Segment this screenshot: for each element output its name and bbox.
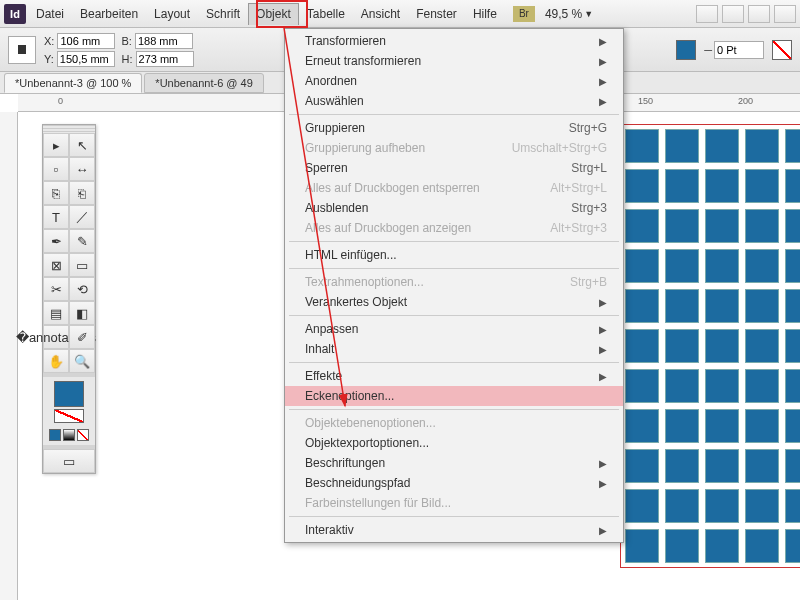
direct-select-tool[interactable]: ↖ [69, 133, 95, 157]
menu-layout[interactable]: Layout [146, 3, 198, 25]
menu-item-effekte[interactable]: Effekte▶ [285, 366, 623, 386]
grid-cell[interactable] [785, 489, 800, 523]
page-tool[interactable]: ▫ [43, 157, 69, 181]
grid-cell[interactable] [705, 129, 739, 163]
grid-cell[interactable] [665, 449, 699, 483]
reference-point[interactable] [8, 36, 36, 64]
menu-item-ausw-hlen[interactable]: Auswählen▶ [285, 91, 623, 111]
grid-cell[interactable] [625, 409, 659, 443]
grid-cell[interactable] [625, 129, 659, 163]
fill-color-swatch[interactable] [54, 381, 84, 407]
menu-item-gruppieren[interactable]: GruppierenStrg+G [285, 118, 623, 138]
grid-cell[interactable] [665, 169, 699, 203]
zoom-tool[interactable]: 🔍 [69, 349, 95, 373]
grid-cell[interactable] [745, 449, 779, 483]
fill-swatch[interactable] [676, 40, 696, 60]
h-field[interactable] [136, 51, 194, 67]
w-field[interactable] [135, 33, 193, 49]
grid-cell[interactable] [705, 169, 739, 203]
zoom-level[interactable]: 49,5 %▼ [545, 7, 593, 21]
grid-cell[interactable] [785, 249, 800, 283]
apply-color[interactable] [49, 429, 61, 441]
grid-cell[interactable] [705, 249, 739, 283]
grid-cell[interactable] [665, 329, 699, 363]
menu-hilfe[interactable]: Hilfe [465, 3, 505, 25]
view-btn-2[interactable] [722, 5, 744, 23]
stroke-weight-field[interactable] [714, 41, 764, 59]
hand-tool[interactable]: ✋ [43, 349, 69, 373]
document-page[interactable] [620, 124, 800, 568]
grid-cell[interactable] [745, 209, 779, 243]
line-tool[interactable]: ／ [69, 205, 95, 229]
type-tool[interactable]: T [43, 205, 69, 229]
grid-cell[interactable] [705, 329, 739, 363]
grid-cell[interactable] [625, 289, 659, 323]
grid-cell[interactable] [625, 169, 659, 203]
tools-panel[interactable]: ▸↖▫↔⎘⎗T／✒✎⊠▭✂⟲▤◧�annotations✐✋🔍 ▭ [42, 124, 96, 474]
grid-cell[interactable] [745, 129, 779, 163]
pencil-tool[interactable]: ✎ [69, 229, 95, 253]
grid-cell[interactable] [665, 289, 699, 323]
grid-cell[interactable] [705, 289, 739, 323]
menu-bearbeiten[interactable]: Bearbeiten [72, 3, 146, 25]
grid-cell[interactable] [665, 369, 699, 403]
menu-ansicht[interactable]: Ansicht [353, 3, 408, 25]
grid-cell[interactable] [625, 489, 659, 523]
grid-cell[interactable] [705, 529, 739, 563]
grid-cell[interactable] [785, 329, 800, 363]
content-collector[interactable]: ⎘ [43, 181, 69, 205]
grid-cell[interactable] [745, 289, 779, 323]
menu-item-html-einf-gen[interactable]: HTML einfügen... [285, 245, 623, 265]
selection-tool[interactable]: ▸ [43, 133, 69, 157]
menu-item-interaktiv[interactable]: Interaktiv▶ [285, 520, 623, 540]
gradient-swatch-tool[interactable]: ▤ [43, 301, 69, 325]
grid-cell[interactable] [745, 409, 779, 443]
menu-item-erneut-transformieren[interactable]: Erneut transformieren▶ [285, 51, 623, 71]
grid-cell[interactable] [745, 169, 779, 203]
apply-none[interactable] [77, 429, 89, 441]
grid-cell[interactable] [745, 489, 779, 523]
grid-cell[interactable] [785, 129, 800, 163]
gap-tool[interactable]: ↔ [69, 157, 95, 181]
tab-doc-1[interactable]: *Unbenannt-3 @ 100 % [4, 73, 142, 93]
grid-cell[interactable] [745, 369, 779, 403]
menu-item-eckenoptionen[interactable]: Eckenoptionen... [285, 386, 623, 406]
menu-item-anordnen[interactable]: Anordnen▶ [285, 71, 623, 91]
content-placer[interactable]: ⎗ [69, 181, 95, 205]
grid-cell[interactable] [705, 449, 739, 483]
grid-cell[interactable] [665, 129, 699, 163]
grid-cell[interactable] [625, 529, 659, 563]
x-field[interactable] [57, 33, 115, 49]
grid-cell[interactable] [665, 409, 699, 443]
menu-datei[interactable]: Datei [28, 3, 72, 25]
menu-item-beschneidungspfad[interactable]: Beschneidungspfad▶ [285, 473, 623, 493]
menu-item-beschriftungen[interactable]: Beschriftungen▶ [285, 453, 623, 473]
view-btn-4[interactable] [774, 5, 796, 23]
y-field[interactable] [57, 51, 115, 67]
grid-cell[interactable] [785, 209, 800, 243]
grid-cell[interactable] [705, 409, 739, 443]
menu-item-sperren[interactable]: SperrenStrg+L [285, 158, 623, 178]
view-btn-3[interactable] [748, 5, 770, 23]
grid-cell[interactable] [625, 449, 659, 483]
grid-cell[interactable] [785, 449, 800, 483]
grid-cell[interactable] [745, 529, 779, 563]
note-tool[interactable]: �annotations [43, 325, 69, 349]
bridge-badge[interactable]: Br [513, 6, 535, 22]
grid-cell[interactable] [625, 249, 659, 283]
grid-cell[interactable] [665, 489, 699, 523]
grid-cell[interactable] [665, 209, 699, 243]
scissors-tool[interactable]: ✂ [43, 277, 69, 301]
menu-item-anpassen[interactable]: Anpassen▶ [285, 319, 623, 339]
grid-cell[interactable] [625, 369, 659, 403]
grid-cell[interactable] [625, 209, 659, 243]
grid-cell[interactable] [705, 209, 739, 243]
menu-schrift[interactable]: Schrift [198, 3, 248, 25]
menu-item-ausblenden[interactable]: AusblendenStrg+3 [285, 198, 623, 218]
grid-cell[interactable] [785, 409, 800, 443]
menu-fenster[interactable]: Fenster [408, 3, 465, 25]
grid-cell[interactable] [705, 369, 739, 403]
apply-gradient[interactable] [63, 429, 75, 441]
tab-doc-2[interactable]: *Unbenannt-6 @ 49 [144, 73, 263, 93]
menu-item-verankertes-objekt[interactable]: Verankertes Objekt▶ [285, 292, 623, 312]
